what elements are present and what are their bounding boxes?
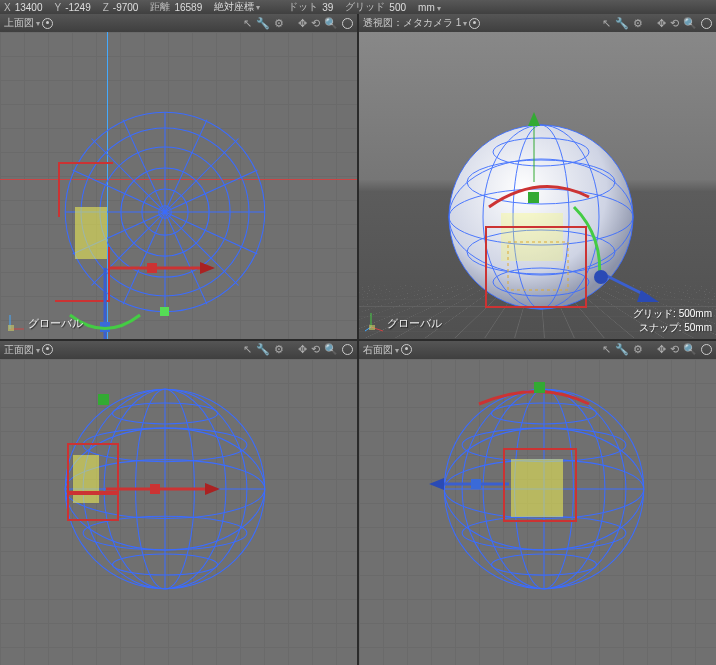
dist-label: 距離 — [150, 0, 170, 14]
snap-info: スナップ: 50mm — [633, 321, 712, 335]
viewport-right[interactable]: 右面図▾ ↖ 🔧 ⚙ ✥ ⟲ 🔍 — [359, 341, 716, 666]
coord-x-value: 13400 — [15, 2, 43, 13]
pan-tool-icon[interactable]: ✥ — [657, 343, 666, 356]
dist-value: 16589 — [174, 2, 202, 13]
svg-rect-19 — [147, 263, 157, 273]
coord-y-label: Y — [54, 2, 61, 13]
zoom-tool-icon[interactable]: 🔍 — [324, 17, 338, 30]
svg-marker-18 — [200, 262, 215, 274]
wrench-tool-icon[interactable]: 🔧 — [615, 343, 629, 356]
viewport-tool-group: ↖ 🔧 ⚙ ✥ ⟲ 🔍 — [243, 343, 353, 356]
cursor-tool-icon[interactable]: ↖ — [602, 343, 611, 356]
quad-view: 上面図▾ ↖ 🔧 ⚙ ✥ ⟲ 🔍 — [0, 14, 716, 665]
svg-rect-61 — [150, 484, 160, 494]
grid-value: 500 — [389, 2, 406, 13]
viewport-tool-group: ↖ 🔧 ⚙ ✥ ⟲ 🔍 — [602, 17, 712, 30]
viewport-canvas[interactable] — [0, 359, 357, 666]
zoom-tool-icon[interactable]: 🔍 — [683, 17, 697, 30]
svg-rect-36 — [528, 192, 539, 203]
svg-point-39 — [594, 270, 608, 284]
target-icon[interactable] — [42, 18, 53, 29]
svg-rect-58 — [98, 394, 109, 405]
viewport-front[interactable]: 正面図▾ ↖ 🔧 ⚙ ✥ ⟲ 🔍 — [0, 341, 357, 666]
viewport-header: 正面図▾ ↖ 🔧 ⚙ ✥ ⟲ 🔍 — [0, 341, 357, 359]
viewport-canvas[interactable]: グローバル — [0, 32, 357, 339]
grid-label: グリッド — [345, 0, 385, 14]
status-bar: X 13400 Y -1249 Z -9700 距離 16589 絶対座標▾ ド… — [0, 0, 716, 14]
wrench-tool-icon[interactable]: 🔧 — [615, 17, 629, 30]
viewport-header: 右面図▾ ↖ 🔧 ⚙ ✥ ⟲ 🔍 — [359, 341, 716, 359]
svg-rect-63 — [68, 492, 118, 520]
gear-tool-icon[interactable]: ⚙ — [633, 343, 643, 356]
gizmo[interactable] — [30, 374, 270, 574]
frame-icon[interactable] — [701, 344, 712, 355]
gear-tool-icon[interactable]: ⚙ — [274, 343, 284, 356]
axis-gizmo-icon — [6, 311, 28, 333]
viewport-title-dropdown[interactable]: 透視図：メタカメラ 1▾ — [363, 16, 467, 30]
chevron-down-icon: ▾ — [256, 3, 260, 12]
viewport-header: 上面図▾ ↖ 🔧 ⚙ ✥ ⟲ 🔍 — [0, 14, 357, 32]
orbit-tool-icon[interactable]: ⟲ — [670, 17, 679, 30]
frame-icon[interactable] — [701, 18, 712, 29]
svg-rect-62 — [68, 444, 118, 494]
pan-tool-icon[interactable]: ✥ — [298, 17, 307, 30]
pan-tool-icon[interactable]: ✥ — [657, 17, 666, 30]
svg-rect-79 — [471, 479, 481, 489]
viewport-title-dropdown[interactable]: 右面図▾ — [363, 343, 399, 357]
svg-rect-41 — [508, 242, 568, 290]
zoom-tool-icon[interactable]: 🔍 — [683, 343, 697, 356]
wrench-tool-icon[interactable]: 🔧 — [256, 17, 270, 30]
gear-tool-icon[interactable]: ⚙ — [274, 17, 284, 30]
orbit-tool-icon[interactable]: ⟲ — [670, 343, 679, 356]
viewport-label: グローバル — [387, 316, 442, 331]
viewport-title-dropdown[interactable]: 正面図▾ — [4, 343, 40, 357]
cursor-tool-icon[interactable]: ↖ — [243, 343, 252, 356]
svg-rect-40 — [486, 227, 586, 307]
viewport-header: 透視図：メタカメラ 1▾ ↖ 🔧 ⚙ ✥ ⟲ 🔍 — [359, 14, 716, 32]
viewport-canvas[interactable] — [359, 359, 716, 666]
chevron-down-icon: ▾ — [463, 19, 467, 28]
chevron-down-icon: ▾ — [437, 4, 441, 13]
frame-icon[interactable] — [342, 344, 353, 355]
coord-y-value: -1249 — [65, 2, 91, 13]
coord-z-label: Z — [103, 2, 109, 13]
chevron-down-icon: ▾ — [36, 19, 40, 28]
frame-icon[interactable] — [342, 18, 353, 29]
svg-rect-20 — [160, 307, 169, 316]
coord-z-value: -9700 — [113, 2, 139, 13]
unit-dropdown[interactable]: mm▾ — [418, 2, 441, 13]
wrench-tool-icon[interactable]: 🔧 — [256, 343, 270, 356]
orbit-tool-icon[interactable]: ⟲ — [311, 343, 320, 356]
coord-x-label: X — [4, 2, 11, 13]
cursor-tool-icon[interactable]: ↖ — [243, 17, 252, 30]
gear-tool-icon[interactable]: ⚙ — [633, 17, 643, 30]
axis-gizmo-icon — [365, 311, 387, 333]
coord-system-dropdown[interactable]: 絶対座標▾ — [214, 0, 260, 14]
viewport-info: グリッド: 500mm スナップ: 50mm — [633, 307, 712, 335]
viewport-tool-group: ↖ 🔧 ⚙ ✥ ⟲ 🔍 — [243, 17, 353, 30]
viewport-label: グローバル — [28, 316, 83, 331]
gizmo[interactable] — [409, 369, 649, 569]
gizmo[interactable] — [444, 92, 704, 339]
chevron-down-icon: ▾ — [395, 346, 399, 355]
svg-rect-80 — [504, 449, 576, 521]
app-root: X 13400 Y -1249 Z -9700 距離 16589 絶対座標▾ ド… — [0, 0, 716, 665]
pan-tool-icon[interactable]: ✥ — [298, 343, 307, 356]
viewport-canvas[interactable]: グローバル グリッド: 500mm スナップ: 50mm — [359, 32, 716, 339]
dot-label: ドット — [288, 0, 318, 14]
target-icon[interactable] — [42, 344, 53, 355]
viewport-perspective[interactable]: 透視図：メタカメラ 1▾ ↖ 🔧 ⚙ ✥ ⟲ 🔍 — [359, 14, 716, 339]
svg-rect-23 — [8, 325, 14, 331]
chevron-down-icon: ▾ — [36, 346, 40, 355]
target-icon[interactable] — [401, 344, 412, 355]
target-icon[interactable] — [469, 18, 480, 29]
viewport-top[interactable]: 上面図▾ ↖ 🔧 ⚙ ✥ ⟲ 🔍 — [0, 14, 357, 339]
orbit-tool-icon[interactable]: ⟲ — [311, 17, 320, 30]
svg-marker-35 — [528, 112, 540, 126]
dot-value: 39 — [322, 2, 333, 13]
svg-rect-45 — [369, 325, 375, 330]
svg-marker-60 — [205, 483, 220, 495]
viewport-title-dropdown[interactable]: 上面図▾ — [4, 16, 40, 30]
zoom-tool-icon[interactable]: 🔍 — [324, 343, 338, 356]
cursor-tool-icon[interactable]: ↖ — [602, 17, 611, 30]
